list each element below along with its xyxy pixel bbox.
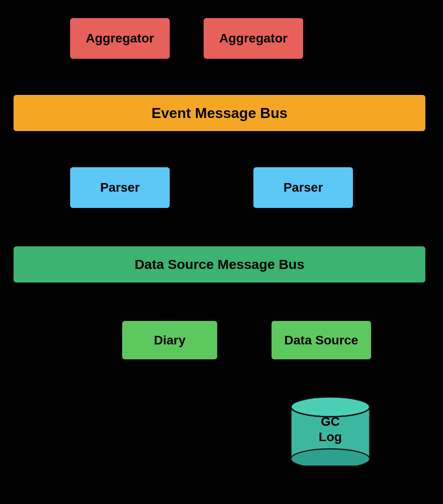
event-bus-label: Event Message Bus	[152, 105, 288, 122]
aggregator-2-box: Aggregator	[204, 18, 303, 59]
datasource-box: Data Source	[272, 321, 371, 359]
gclog-label: GC Log	[319, 414, 342, 444]
parser-1-box: Parser	[70, 167, 170, 208]
diary-box: Diary	[122, 321, 217, 359]
datasource-bus-label: Data Source Message Bus	[134, 257, 304, 272]
svg-marker-9	[115, 208, 125, 217]
architecture-diagram: Aggregator Aggregator Event Message Bus …	[0, 0, 443, 504]
ellipsis-separator: ...	[188, 181, 201, 200]
diary-label: Diary	[154, 333, 186, 348]
event-message-bus-box: Event Message Bus	[14, 95, 425, 131]
svg-marker-1	[115, 59, 125, 68]
svg-marker-17	[316, 383, 326, 392]
datasource-message-bus-box: Data Source Message Bus	[14, 246, 425, 283]
svg-marker-3	[248, 59, 258, 68]
svg-marker-7	[298, 131, 308, 140]
parser-2-label: Parser	[283, 180, 323, 195]
svg-marker-13	[165, 312, 175, 321]
svg-marker-15	[316, 312, 326, 321]
gclog-cylinder-wrapper: GC Log	[290, 393, 371, 466]
aggregator-2-label: Aggregator	[219, 31, 288, 46]
svg-point-19	[291, 449, 370, 466]
svg-marker-5	[115, 131, 125, 140]
gclog-cylinder: GC Log	[290, 393, 371, 466]
svg-marker-11	[298, 208, 308, 217]
parser-1-label: Parser	[100, 180, 139, 195]
datasource-label: Data Source	[284, 333, 358, 348]
parser-2-box: Parser	[253, 167, 353, 208]
aggregator-1-box: Aggregator	[70, 18, 170, 59]
aggregator-1-label: Aggregator	[86, 31, 154, 46]
